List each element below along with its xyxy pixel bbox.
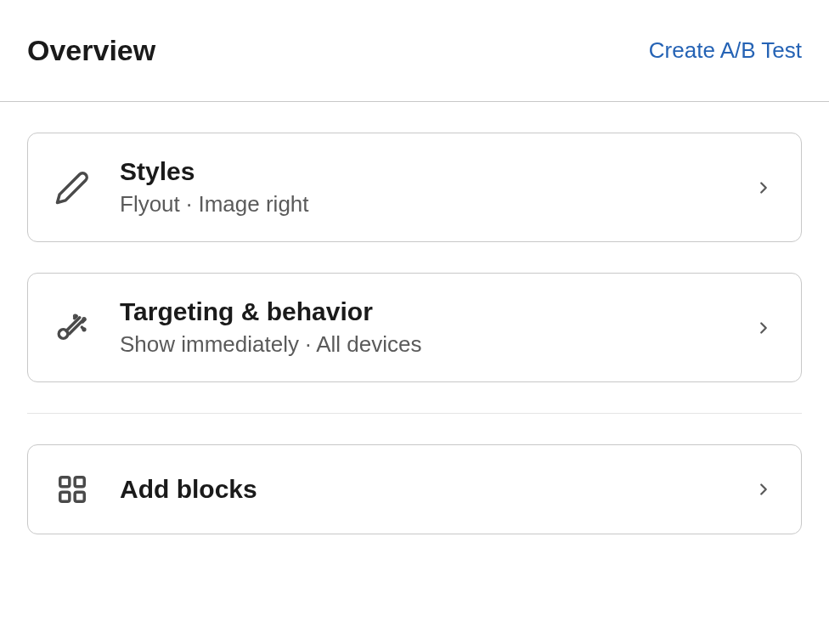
card-title: Styles (120, 157, 753, 186)
pencil-icon (52, 167, 93, 208)
targeting-behavior-card[interactable]: Targeting & behavior Show immediately · … (27, 273, 802, 382)
svg-point-1 (75, 315, 76, 317)
content-area: Styles Flyout · Image right Targe (0, 102, 829, 534)
page-header: Overview Create A/B Test (0, 0, 829, 102)
chevron-right-icon (753, 479, 774, 500)
chevron-right-icon (753, 318, 774, 338)
svg-point-2 (83, 318, 85, 319)
create-ab-test-link[interactable]: Create A/B Test (649, 37, 802, 64)
chevron-right-icon (753, 178, 774, 198)
svg-point-3 (83, 328, 85, 330)
magic-wand-icon (52, 308, 93, 348)
card-body: Targeting & behavior Show immediately · … (120, 297, 753, 358)
card-title: Targeting & behavior (120, 297, 753, 326)
card-body: Styles Flyout · Image right (120, 157, 753, 217)
card-subtitle: Show immediately · All devices (120, 331, 753, 358)
styles-card[interactable]: Styles Flyout · Image right (27, 133, 802, 242)
grid-icon (52, 469, 93, 510)
divider (27, 413, 802, 414)
svg-rect-6 (60, 492, 70, 501)
page-title: Overview (27, 34, 155, 67)
add-blocks-card[interactable]: Add blocks (27, 444, 802, 534)
card-body: Add blocks (120, 475, 753, 504)
svg-rect-5 (75, 477, 84, 487)
card-subtitle: Flyout · Image right (120, 191, 753, 217)
svg-rect-4 (60, 477, 70, 487)
card-title: Add blocks (120, 475, 753, 504)
svg-rect-7 (75, 492, 84, 501)
